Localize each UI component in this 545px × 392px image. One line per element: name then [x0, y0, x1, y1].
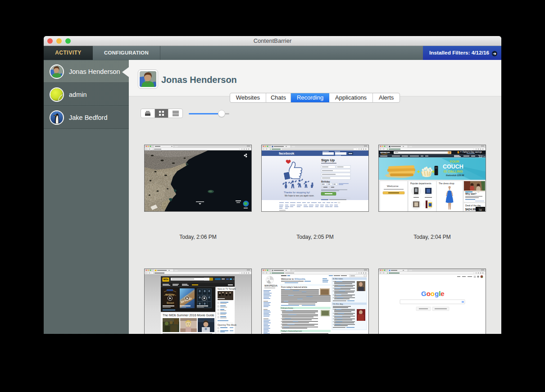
svg-text:On this day...: On this day... [333, 303, 345, 305]
svg-text:YOUR: YOUR [450, 160, 459, 164]
svg-text:Birthday: Birthday [321, 181, 330, 183]
svg-text:We hope to see you again soon.: We hope to see you again soon. [285, 195, 314, 197]
svg-text:The IMDb Summer 2016 Movie Gui: The IMDb Summer 2016 Movie Guide [163, 314, 214, 317]
svg-text:IMDb: IMDb [163, 278, 168, 281]
svg-text:Father's Day savings: Father's Day savings [463, 151, 482, 153]
svg-text:Thanks for stopping by!: Thanks for stopping by! [284, 191, 310, 194]
svg-text:Welcome: Welcome [387, 184, 399, 187]
svg-text:firetvstick $39.99: firetvstick $39.99 [446, 174, 464, 177]
svg-text:New on TV Tonight: New on TV Tonight [218, 288, 236, 290]
svg-text:From today's featured article: From today's featured article [281, 286, 308, 288]
svg-text:COUCH: COUCH [443, 164, 463, 170]
svg-text:Did you know...: Did you know... [281, 307, 295, 309]
svg-text:Sign Up: Sign Up [321, 158, 335, 162]
svg-text:Popular departments: Popular departments [410, 182, 431, 185]
svg-text:Deal of the day: Deal of the day [465, 204, 481, 207]
svg-text:$424.99: $424.99 [465, 208, 476, 211]
svg-text:In the news: In the news [333, 278, 343, 280]
svg-text:Google: Google [421, 290, 445, 297]
svg-text:The dress shop: The dress shop [439, 182, 454, 185]
svg-text:WIKIPEDIA: WIKIPEDIA [264, 284, 277, 287]
svg-text:Opening This Week: Opening This Week [218, 324, 237, 326]
svg-text:Cart: Cart [482, 155, 486, 157]
svg-text:Welcome to Wikipedia,: Welcome to Wikipedia, [281, 278, 306, 280]
svg-text:facebook: facebook [279, 151, 295, 155]
svg-text:Beast: Beast [167, 301, 174, 304]
svg-text:IS CALLING: IS CALLING [444, 169, 463, 173]
svg-text:Lg: Lg [479, 209, 482, 211]
svg-text:amazon: amazon [380, 151, 390, 154]
svg-text:Today's featured picture: Today's featured picture [281, 330, 302, 332]
svg-text:Beauty: Beauty [165, 293, 175, 296]
svg-text:Why wait?: Why wait? [465, 192, 477, 195]
